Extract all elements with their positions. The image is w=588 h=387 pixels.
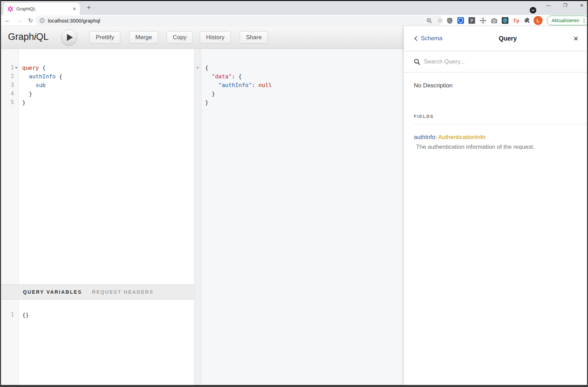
screenshot-extension-icon[interactable] — [490, 16, 498, 25]
browser-menu-icon[interactable]: ⋮ — [581, 17, 587, 24]
react-devtools-extension-icon[interactable] — [501, 16, 509, 25]
variables-editor[interactable]: 1{} — [0, 300, 194, 385]
page-info-icon[interactable] — [40, 18, 45, 23]
profile-avatar[interactable]: L — [534, 16, 543, 25]
doc-title: Query — [442, 35, 573, 42]
code-line[interactable]: 4 } — [0, 89, 194, 98]
execute-query-button[interactable] — [61, 29, 77, 45]
window-minimize-button[interactable]: — — [545, 2, 552, 9]
doc-explorer-header: Schema Query ✕ — [404, 26, 588, 51]
window-frame-top — [0, 0, 588, 1]
code-line[interactable]: 1{} — [0, 311, 194, 319]
tab-title: GraphiQL — [16, 6, 73, 11]
query-editor[interactable]: 1query {2 authInfo {3 sub4 }5} — [0, 49, 194, 284]
extensions-puzzle-icon[interactable] — [523, 16, 531, 25]
back-button[interactable]: ← — [3, 15, 12, 26]
code-line[interactable]: { — [195, 63, 403, 72]
field-description: The authentication information of the re… — [414, 144, 578, 150]
line-number: 1 — [0, 63, 14, 72]
code-line[interactable]: "authInfo": null — [195, 81, 403, 89]
window-close-button[interactable]: ✕ — [578, 2, 585, 9]
copy-button[interactable]: Copy — [167, 31, 193, 44]
ublock-extension-icon[interactable] — [445, 16, 454, 25]
graphiql-toolbar: GraphiQL PrettifyMergeCopyHistoryShare — [0, 26, 403, 49]
history-button[interactable]: History — [200, 31, 231, 44]
code-line[interactable]: } — [195, 89, 403, 98]
search-icon — [414, 59, 420, 65]
update-button-label: Aktualisieren — [552, 18, 579, 23]
address-bar[interactable]: localhost:3000/graphql — [35, 16, 443, 25]
merge-button[interactable]: Merge — [129, 31, 158, 44]
browser-tab[interactable]: GraphiQL ✕ — [3, 3, 80, 15]
line-number: 5 — [0, 98, 14, 107]
doc-field-row: authInfo: AuthenticationInfo — [414, 134, 578, 141]
forward-button: → — [14, 15, 24, 26]
secondary-editor-tabs: QUERY VARIABLES REQUEST HEADERS — [0, 284, 194, 300]
new-tab-button[interactable]: + — [84, 3, 93, 12]
code-line[interactable]: } — [195, 98, 403, 107]
code-line[interactable]: "data": { — [195, 72, 403, 81]
tp-extension-icon[interactable]: Tp — [512, 16, 520, 25]
svg-text:P: P — [470, 18, 473, 23]
code-line[interactable]: 2 authInfo { — [0, 72, 194, 81]
share-button[interactable]: Share — [240, 31, 268, 44]
type-name-link[interactable]: AuthenticationInfo — [438, 134, 485, 140]
url-text[interactable]: localhost:3000/graphql — [48, 18, 100, 24]
move-tool-extension-icon[interactable] — [479, 16, 487, 25]
tab-request-headers[interactable]: REQUEST HEADERS — [92, 289, 154, 295]
update-button[interactable]: Aktualisieren ⋮ — [547, 16, 588, 25]
tab-strip: GraphiQL ✕ + — ❐ ✕ — [0, 0, 588, 15]
fields-divider — [414, 124, 588, 124]
tab-search-button[interactable] — [530, 7, 536, 14]
bitwarden-extension-icon[interactable] — [457, 16, 465, 25]
doc-explorer-panel: Schema Query ✕ Search Query... No Descri… — [403, 26, 588, 385]
doc-back-link[interactable]: Schema — [414, 35, 442, 42]
doc-back-label: Schema — [421, 35, 442, 42]
reload-button[interactable]: ↻ — [26, 15, 35, 26]
browser-window: GraphiQL ✕ + — ❐ ✕ ← → ↻ localhost:3000/… — [0, 0, 588, 387]
tab-query-variables[interactable]: QUERY VARIABLES — [23, 289, 82, 295]
field-name-link[interactable]: authInfo — [414, 134, 435, 140]
line-number: 3 — [0, 81, 14, 89]
line-number: 2 — [0, 72, 14, 81]
graphql-favicon-icon — [8, 6, 13, 12]
type-description: No Description — [414, 82, 578, 89]
result-viewer[interactable]: { "data": { "authInfo": null }} — [194, 49, 403, 385]
prettify-button[interactable]: Prettify — [90, 31, 120, 44]
window-maximize-button[interactable]: ❐ — [562, 2, 569, 9]
code-line[interactable]: 1query { — [0, 63, 194, 72]
window-frame-bottom — [0, 385, 588, 387]
doc-close-button[interactable]: ✕ — [573, 35, 579, 43]
line-number: 4 — [0, 89, 14, 98]
doc-body: No Description FIELDS authInfo: Authenti… — [404, 72, 588, 150]
bookmark-star-icon[interactable]: ☆ — [436, 16, 444, 25]
graphiql-logo: GraphiQL — [8, 32, 49, 42]
zoom-level-icon[interactable] — [425, 16, 433, 25]
doc-search-box[interactable]: Search Query... — [404, 51, 588, 72]
fields-heading: FIELDS — [414, 114, 578, 119]
code-line[interactable]: 5} — [0, 98, 194, 107]
code-line[interactable]: 3 sub — [0, 81, 194, 89]
chevron-left-icon — [414, 35, 418, 42]
doc-search-placeholder: Search Query... — [424, 58, 465, 65]
tab-close-icon[interactable]: ✕ — [73, 6, 76, 11]
chevron-down-icon — [531, 9, 535, 12]
fold-arrow-icon[interactable] — [15, 67, 18, 69]
line-number: 1 — [0, 311, 14, 319]
field-colon: : — [435, 134, 438, 140]
window-frame-left — [0, 0, 1, 387]
play-icon — [67, 34, 73, 41]
p-extension-icon[interactable]: P — [468, 16, 476, 25]
